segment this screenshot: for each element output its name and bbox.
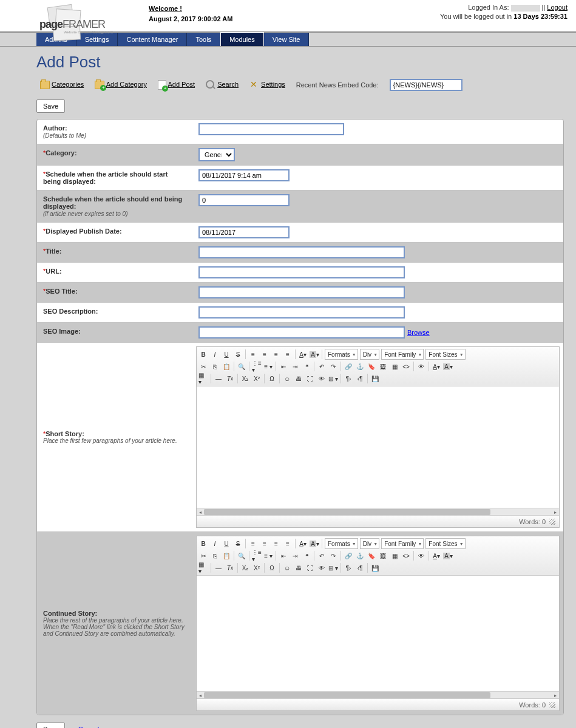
bg-color-icon[interactable]: A ▾ [309,349,320,360]
anchor-icon[interactable]: ⚓ [354,550,365,561]
paste-icon[interactable]: 📋 [221,550,232,561]
save-icon[interactable]: 💾 [370,373,381,384]
align-center-icon[interactable]: ≡ [259,349,270,360]
outdent-icon[interactable]: ⇤ [278,361,289,372]
rte-canvas[interactable] [197,576,559,691]
find-icon[interactable]: 🔍 [236,361,247,372]
underline-icon[interactable]: U [221,538,232,549]
media-icon[interactable]: ▦ [389,361,400,372]
cut-icon[interactable]: ✂ [198,361,209,372]
undo-icon[interactable]: ↶ [316,550,327,561]
nav-tab-tools[interactable]: Tools [187,33,220,46]
rtl-icon[interactable]: ‹¶ [354,562,365,573]
help-icon[interactable]: ⊞ ▾ [328,373,339,384]
resize-grip-icon[interactable] [549,519,555,525]
image-icon[interactable]: 🖼 [378,361,388,372]
align-left-icon[interactable]: ≡ [248,349,259,360]
rtl-icon[interactable]: ‹¶ [354,373,365,384]
show-icon[interactable]: 👁 [316,373,327,384]
bookmark-icon[interactable]: 🔖 [366,361,377,372]
bold-icon[interactable]: B [198,349,209,360]
save-button-bottom[interactable]: Save [36,723,65,728]
publish-input[interactable] [198,226,290,238]
resize-grip-icon[interactable] [549,702,555,708]
ltr-icon[interactable]: ¶› [343,562,354,573]
anchor-icon[interactable]: ⚓ [354,361,365,372]
start-input[interactable] [198,169,290,181]
div-dropdown[interactable]: Div [360,538,379,549]
hr-icon[interactable]: — [213,562,224,573]
font_sizes-dropdown[interactable]: Font Sizes [425,349,465,360]
strike-icon[interactable]: S [232,349,243,360]
print-icon[interactable]: 🖶 [293,373,304,384]
formats-dropdown[interactable]: Formats [325,349,358,360]
redo-icon[interactable]: ↷ [328,361,339,372]
italic-icon[interactable]: I [209,538,220,549]
formats-dropdown[interactable]: Formats [325,538,358,549]
number-list-icon[interactable]: ≡ ▾ [263,550,274,561]
align-justify-icon[interactable]: ≡ [282,538,293,549]
strike-icon[interactable]: S [232,538,243,549]
media-icon[interactable]: ▦ [389,550,400,561]
nav-tab-modules[interactable]: Modules [220,32,264,46]
cancel-link[interactable]: Cancel [78,726,99,728]
copy-icon[interactable]: ⎘ [209,361,220,372]
align-center-icon[interactable]: ≡ [259,538,270,549]
redo-icon[interactable]: ↷ [328,550,339,561]
add-category-link[interactable]: Add Category [106,81,147,88]
text-color-icon[interactable]: A ▾ [297,349,308,360]
code-icon[interactable]: <> [401,550,412,561]
bg-color2-icon[interactable]: A ▾ [442,361,453,372]
preview-icon[interactable]: 👁 [416,361,427,372]
clear-icon[interactable]: Tx [225,562,235,573]
rte-canvas[interactable] [197,386,559,508]
quote-icon[interactable]: ❝ [301,361,312,372]
bg-color2-icon[interactable]: A ▾ [442,550,453,561]
author-input[interactable] [198,123,344,135]
embed-code-input[interactable] [390,79,462,91]
browse-link[interactable]: Browse [407,329,430,336]
bg-color-icon[interactable]: A ▾ [309,538,320,549]
hr-icon[interactable]: — [213,373,224,384]
char-icon[interactable]: Ω [266,373,277,384]
clear-icon[interactable]: Tx [225,373,235,384]
sup-icon[interactable]: X² [251,373,262,384]
div-dropdown[interactable]: Div [360,349,379,360]
paste-icon[interactable]: 📋 [221,361,232,372]
bullet-list-icon[interactable]: ⋮≡ ▾ [251,550,262,561]
seo-image-input[interactable] [198,326,405,339]
bullet-list-icon[interactable]: ⋮≡ ▾ [251,361,262,372]
category-select[interactable]: General [198,148,235,161]
title-input[interactable] [198,246,405,258]
sup-icon[interactable]: X² [251,562,262,573]
link-icon[interactable]: 🔗 [343,361,354,372]
align-right-icon[interactable]: ≡ [271,538,282,549]
seo-desc-input[interactable] [198,306,405,318]
fullscreen-icon[interactable]: ⛶ [305,373,316,384]
emoji-icon[interactable]: ☺ [282,562,293,573]
nav-tab-view-site[interactable]: View Site [264,33,310,46]
search-link[interactable]: Search [217,81,239,88]
cut-icon[interactable]: ✂ [198,550,209,561]
code-icon[interactable]: <> [401,361,412,372]
bookmark-icon[interactable]: 🔖 [366,550,377,561]
text-color-icon[interactable]: A ▾ [297,538,308,549]
bold-icon[interactable]: B [198,538,209,549]
add-post-link[interactable]: Add Post [168,81,195,88]
indent-icon[interactable]: ⇥ [290,550,300,561]
find-icon[interactable]: 🔍 [236,550,247,561]
preview-icon[interactable]: 👁 [416,550,427,561]
undo-icon[interactable]: ↶ [316,361,327,372]
table-icon[interactable]: ▦ ▾ [198,562,209,573]
text-color2-icon[interactable]: A ▾ [431,361,442,372]
number-list-icon[interactable]: ≡ ▾ [263,361,274,372]
font_sizes-dropdown[interactable]: Font Sizes [425,538,465,549]
help-icon[interactable]: ⊞ ▾ [328,562,339,573]
end-input[interactable] [198,194,290,206]
underline-icon[interactable]: U [221,349,232,360]
sub-icon[interactable]: X₂ [240,373,251,384]
align-right-icon[interactable]: ≡ [271,349,282,360]
ltr-icon[interactable]: ¶› [343,373,354,384]
url-input[interactable] [198,266,405,278]
align-justify-icon[interactable]: ≡ [282,349,293,360]
